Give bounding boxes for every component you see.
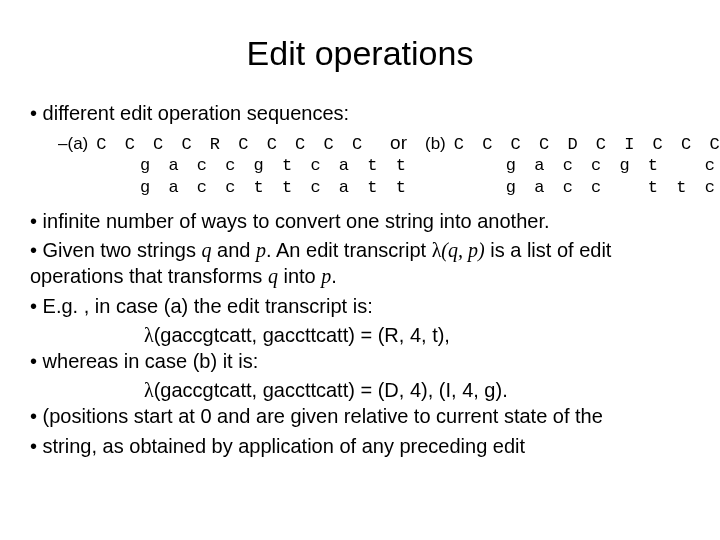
eg-a-line: λ(gaccgtcatt, gaccttcatt) = (R, 4, t), <box>144 323 696 349</box>
lambda-icon: λ <box>144 324 154 346</box>
seq-a-line3: g a c c t t c a t t <box>140 177 410 199</box>
seq-a-line2: g a c c g t c a t t <box>140 155 410 177</box>
t: and <box>212 239 256 261</box>
bullet-eg-a: E.g. , in case (a) the edit transcript i… <box>30 294 696 320</box>
bullet-intro: different edit operation sequences: <box>30 101 696 127</box>
seq-or: or <box>390 131 407 155</box>
slide-body: different edit operation sequences: (a) … <box>24 101 696 459</box>
seq-b-line1: C C C C D C I C C C C <box>454 134 720 156</box>
seq-a-label: (a) <box>67 133 88 155</box>
eg-b-text: (gaccgtcatt, gaccttcatt) = (D, 4), (I, 4… <box>154 379 508 401</box>
seq-b-label: (b) <box>425 133 446 155</box>
var-q: q <box>202 239 212 261</box>
seq-b-line2: g a c c g t c a t t <box>506 155 720 177</box>
sequence-row-3: g a c c t t c a t t g a c c t t c a t t <box>58 177 696 199</box>
t: . An edit transcript <box>266 239 432 261</box>
dash-icon <box>58 133 67 155</box>
bullet-eg-b: whereas in case (b) it is: <box>30 349 696 375</box>
seq-a-line1: C C C C R C C C C C <box>96 134 366 156</box>
t: into <box>278 265 321 287</box>
bullet-string: string, as obtained by application of an… <box>30 434 696 460</box>
bullet-given: Given two strings q and p. An edit trans… <box>30 238 696 289</box>
paren-qp: (q, p) <box>441 239 484 261</box>
sequence-row-2: g a c c g t c a t t g a c c g t c a t t <box>58 155 696 177</box>
eg-b-line: λ(gaccgtcatt, gaccttcatt) = (D, 4), (I, … <box>144 378 696 404</box>
var-q2: q <box>268 265 278 287</box>
sequence-block: (a) C C C C R C C C C C or (b) C C C C D… <box>58 131 696 199</box>
eg-a-text: (gaccgtcatt, gaccttcatt) = (R, 4, t), <box>154 324 450 346</box>
seq-b-line3: g a c c t t c a t t <box>506 177 720 199</box>
slide-title: Edit operations <box>24 34 696 73</box>
t: . <box>331 265 337 287</box>
slide: Edit operations different edit operation… <box>0 0 720 540</box>
bullet-infinite: infinite number of ways to convert one s… <box>30 209 696 235</box>
lambda-icon: λ <box>144 379 154 401</box>
lambda-icon: λ <box>432 239 442 261</box>
var-p2: p <box>321 265 331 287</box>
sequence-row-1: (a) C C C C R C C C C C or (b) C C C C D… <box>58 131 696 156</box>
var-p: p <box>256 239 266 261</box>
bullet-positions: (positions start at 0 and are given rela… <box>30 404 696 430</box>
t: Given two strings <box>43 239 202 261</box>
